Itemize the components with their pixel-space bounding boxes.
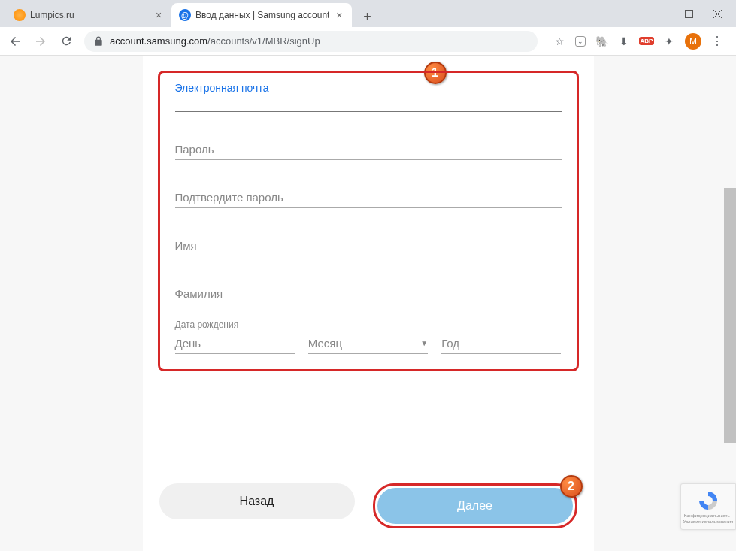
recaptcha-text2: Условия использования <box>683 519 734 524</box>
dob-day-select[interactable]: День <box>175 333 295 354</box>
side-bg-left <box>0 56 143 551</box>
window-close-icon[interactable] <box>712 8 722 19</box>
lock-icon <box>93 36 104 47</box>
form-buttons: Назад 2 Далее <box>158 483 579 528</box>
favicon-icon <box>14 9 26 21</box>
callout-2: 2 <box>560 475 583 498</box>
menu-icon[interactable]: ⋮ <box>710 35 724 48</box>
dob-year-label: Год <box>441 337 459 350</box>
password-field-wrap: Пароль <box>175 139 562 160</box>
adblock-icon[interactable]: ABP <box>640 35 653 48</box>
signup-page: 1 Электронная почта Пароль Подтвердите п… <box>143 56 594 551</box>
tab-lumpics[interactable]: Lumpics.ru × <box>6 3 171 27</box>
tab-title: Ввод данных | Samsung account <box>195 10 329 20</box>
password-input[interactable] <box>175 139 562 160</box>
reload-button[interactable] <box>59 34 74 49</box>
back-button[interactable]: Назад <box>159 483 355 519</box>
chevron-down-icon: ▼ <box>420 339 428 347</box>
firstname-input[interactable] <box>175 235 562 256</box>
browser-addressbar: account.samsung.com/accounts/v1/MBR/sign… <box>0 27 736 56</box>
dob-year-select[interactable]: Год <box>441 333 561 354</box>
back-button[interactable] <box>8 34 23 49</box>
dob-day-label: День <box>175 337 201 350</box>
bookmark-icon[interactable]: ☆ <box>553 35 566 48</box>
tab-samsung-signup[interactable]: @ Ввод данных | Samsung account × <box>171 3 352 27</box>
tab-title: Lumpics.ru <box>30 10 149 20</box>
extensions-icon[interactable]: ✦ <box>662 35 676 48</box>
profile-avatar[interactable]: М <box>685 33 701 50</box>
download-icon[interactable]: ⬇ <box>617 35 631 48</box>
recaptcha-text1: Конфиденциальность - <box>684 513 733 518</box>
new-tab-button[interactable]: + <box>356 6 377 27</box>
lastname-field-wrap: Фамилия <box>175 283 562 304</box>
url-bar[interactable]: account.samsung.com/accounts/v1/MBR/sign… <box>84 31 538 52</box>
extension-icons: ☆ ⌄ 🐘 ⬇ ABP ✦ М ⋮ <box>548 33 728 50</box>
confirm-password-field-wrap: Подтвердите пароль <box>175 187 562 208</box>
dob-month-label: Месяц <box>308 337 342 350</box>
email-field-wrap: Электронная почта <box>175 91 562 112</box>
recaptcha-icon <box>697 489 719 512</box>
side-bg-right <box>593 56 736 551</box>
browser-tabbar: Lumpics.ru × @ Ввод данных | Samsung acc… <box>0 0 736 27</box>
pocket-icon[interactable]: ⌄ <box>575 36 586 47</box>
next-button-highlight: 2 Далее <box>373 483 577 528</box>
recaptcha-badge[interactable]: Конфиденциальность - Условия использован… <box>680 483 736 530</box>
evernote-icon[interactable]: 🐘 <box>595 35 608 48</box>
dob-label: Дата рождения <box>175 319 562 330</box>
next-button[interactable]: Далее <box>377 488 573 524</box>
firstname-field-wrap: Имя <box>175 235 562 256</box>
close-icon[interactable]: × <box>334 10 344 20</box>
confirm-password-input[interactable] <box>175 187 562 208</box>
window-controls <box>655 0 736 27</box>
signup-form: Электронная почта Пароль Подтвердите пар… <box>158 71 579 371</box>
close-icon[interactable]: × <box>153 10 164 20</box>
favicon-icon: @ <box>179 9 191 21</box>
dob-month-select[interactable]: Месяц ▼ <box>308 333 428 354</box>
minimize-icon[interactable] <box>655 8 665 19</box>
forward-button[interactable] <box>33 34 48 49</box>
url-text: account.samsung.com/accounts/v1/MBR/sign… <box>110 35 320 47</box>
dob-section: Дата рождения День Месяц ▼ Год <box>175 319 562 354</box>
lastname-input[interactable] <box>175 283 562 304</box>
email-input[interactable] <box>175 91 562 112</box>
vertical-scrollbar[interactable] <box>724 188 736 443</box>
page-content: 1 Электронная почта Пароль Подтвердите п… <box>0 56 736 551</box>
maximize-icon[interactable] <box>683 8 694 19</box>
dob-row: День Месяц ▼ Год <box>175 333 562 354</box>
svg-rect-1 <box>685 10 692 17</box>
